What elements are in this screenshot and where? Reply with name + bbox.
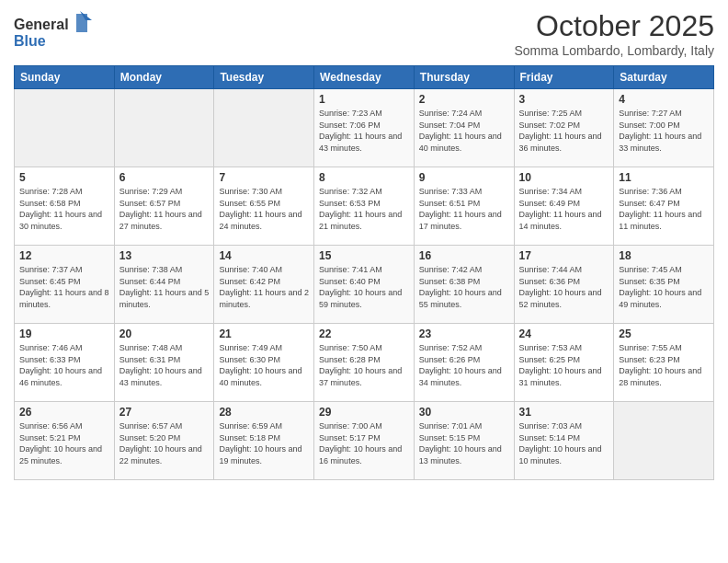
calendar-cell: 30Sunrise: 7:01 AMSunset: 5:15 PMDayligh…: [414, 402, 514, 480]
calendar-cell: 24Sunrise: 7:53 AMSunset: 6:25 PMDayligh…: [514, 324, 614, 402]
day-info: Sunrise: 7:44 AMSunset: 6:36 PMDaylight:…: [519, 264, 609, 310]
day-number: 27: [119, 406, 210, 419]
day-info: Sunrise: 7:36 AMSunset: 6:47 PMDaylight:…: [619, 186, 709, 232]
day-header-thursday: Thursday: [414, 66, 514, 89]
calendar-cell: 14Sunrise: 7:40 AMSunset: 6:42 PMDayligh…: [214, 246, 314, 324]
calendar-cell: 12Sunrise: 7:37 AMSunset: 6:45 PMDayligh…: [15, 246, 115, 324]
day-info: Sunrise: 7:28 AMSunset: 6:58 PMDaylight:…: [19, 186, 109, 232]
day-number: 23: [419, 327, 509, 340]
day-header-tuesday: Tuesday: [214, 66, 314, 89]
week-row-3: 12Sunrise: 7:37 AMSunset: 6:45 PMDayligh…: [15, 246, 714, 324]
calendar-cell: 31Sunrise: 7:03 AMSunset: 5:14 PMDayligh…: [514, 402, 614, 480]
calendar-cell: 5Sunrise: 7:28 AMSunset: 6:58 PMDaylight…: [15, 167, 115, 246]
day-info: Sunrise: 7:46 AMSunset: 6:33 PMDaylight:…: [19, 342, 109, 388]
day-number: 25: [619, 327, 709, 340]
calendar-table: SundayMondayTuesdayWednesdayThursdayFrid…: [14, 65, 714, 480]
calendar-header-row: SundayMondayTuesdayWednesdayThursdayFrid…: [15, 66, 714, 89]
day-number: 5: [19, 171, 109, 184]
week-row-2: 5Sunrise: 7:28 AMSunset: 6:58 PMDaylight…: [15, 167, 714, 246]
day-info: Sunrise: 7:25 AMSunset: 7:02 PMDaylight:…: [519, 108, 609, 154]
day-info: Sunrise: 7:55 AMSunset: 6:23 PMDaylight:…: [619, 342, 709, 388]
page-container: General Blue October 2025 Somma Lombardo…: [0, 0, 728, 489]
day-number: 4: [619, 93, 709, 106]
day-info: Sunrise: 7:27 AMSunset: 7:00 PMDaylight:…: [619, 108, 709, 154]
calendar-cell: 4Sunrise: 7:27 AMSunset: 7:00 PMDaylight…: [614, 89, 714, 167]
day-info: Sunrise: 6:57 AMSunset: 5:20 PMDaylight:…: [119, 420, 210, 466]
calendar-cell: 3Sunrise: 7:25 AMSunset: 7:02 PMDaylight…: [514, 89, 614, 167]
day-info: Sunrise: 7:40 AMSunset: 6:42 PMDaylight:…: [219, 264, 309, 310]
calendar-body: 1Sunrise: 7:23 AMSunset: 7:06 PMDaylight…: [15, 89, 714, 480]
day-number: 9: [419, 171, 509, 184]
day-info: Sunrise: 7:01 AMSunset: 5:15 PMDaylight:…: [419, 420, 509, 466]
day-info: Sunrise: 6:56 AMSunset: 5:21 PMDaylight:…: [19, 420, 109, 466]
calendar-cell: 21Sunrise: 7:49 AMSunset: 6:30 PMDayligh…: [214, 324, 314, 402]
day-number: 30: [419, 406, 509, 419]
svg-text:Blue: Blue: [14, 33, 46, 49]
day-number: 11: [619, 171, 709, 184]
svg-text:General: General: [14, 17, 69, 32]
location: Somma Lombardo, Lombardy, Italy: [514, 43, 714, 58]
day-info: Sunrise: 7:42 AMSunset: 6:38 PMDaylight:…: [419, 264, 509, 310]
day-info: Sunrise: 7:52 AMSunset: 6:26 PMDaylight:…: [419, 342, 509, 388]
calendar-cell: [15, 89, 115, 167]
day-number: 15: [319, 249, 409, 262]
day-number: 28: [219, 406, 309, 419]
calendar-cell: 22Sunrise: 7:50 AMSunset: 6:28 PMDayligh…: [314, 324, 415, 402]
day-header-monday: Monday: [114, 66, 214, 89]
day-number: 21: [219, 327, 309, 340]
calendar-cell: [214, 89, 314, 167]
day-number: 2: [419, 93, 509, 106]
week-row-5: 26Sunrise: 6:56 AMSunset: 5:21 PMDayligh…: [15, 402, 714, 480]
calendar-cell: 2Sunrise: 7:24 AMSunset: 7:04 PMDaylight…: [414, 89, 514, 167]
logo: General Blue: [14, 9, 101, 54]
day-number: 26: [19, 406, 109, 419]
title-section: October 2025 Somma Lombardo, Lombardy, I…: [514, 9, 714, 58]
day-header-sunday: Sunday: [15, 66, 115, 89]
day-number: 13: [119, 249, 210, 262]
day-number: 7: [219, 171, 309, 184]
calendar-cell: 9Sunrise: 7:33 AMSunset: 6:51 PMDaylight…: [414, 167, 514, 246]
day-info: Sunrise: 7:34 AMSunset: 6:49 PMDaylight:…: [519, 186, 609, 232]
day-info: Sunrise: 7:24 AMSunset: 7:04 PMDaylight:…: [419, 108, 509, 154]
day-header-saturday: Saturday: [614, 66, 714, 89]
calendar-cell: 23Sunrise: 7:52 AMSunset: 6:26 PMDayligh…: [414, 324, 514, 402]
calendar-cell: 16Sunrise: 7:42 AMSunset: 6:38 PMDayligh…: [414, 246, 514, 324]
calendar-cell: 19Sunrise: 7:46 AMSunset: 6:33 PMDayligh…: [15, 324, 115, 402]
day-info: Sunrise: 7:37 AMSunset: 6:45 PMDaylight:…: [19, 264, 109, 310]
day-info: Sunrise: 7:32 AMSunset: 6:53 PMDaylight:…: [319, 186, 409, 232]
calendar-cell: [614, 402, 714, 480]
day-number: 17: [519, 249, 609, 262]
calendar-cell: 6Sunrise: 7:29 AMSunset: 6:57 PMDaylight…: [114, 167, 214, 246]
day-info: Sunrise: 7:50 AMSunset: 6:28 PMDaylight:…: [319, 342, 409, 388]
calendar-cell: 29Sunrise: 7:00 AMSunset: 5:17 PMDayligh…: [314, 402, 415, 480]
page-header: General Blue October 2025 Somma Lombardo…: [14, 9, 714, 58]
calendar-cell: 11Sunrise: 7:36 AMSunset: 6:47 PMDayligh…: [614, 167, 714, 246]
day-header-friday: Friday: [514, 66, 614, 89]
day-number: 3: [519, 93, 609, 106]
day-info: Sunrise: 7:41 AMSunset: 6:40 PMDaylight:…: [319, 264, 409, 310]
day-info: Sunrise: 7:49 AMSunset: 6:30 PMDaylight:…: [219, 342, 309, 388]
day-info: Sunrise: 7:30 AMSunset: 6:55 PMDaylight:…: [219, 186, 309, 232]
day-number: 20: [119, 327, 210, 340]
calendar-cell: 20Sunrise: 7:48 AMSunset: 6:31 PMDayligh…: [114, 324, 214, 402]
calendar-cell: 7Sunrise: 7:30 AMSunset: 6:55 PMDaylight…: [214, 167, 314, 246]
day-number: 19: [19, 327, 109, 340]
day-number: 29: [319, 406, 409, 419]
day-info: Sunrise: 7:48 AMSunset: 6:31 PMDaylight:…: [119, 342, 210, 388]
day-number: 16: [419, 249, 509, 262]
day-number: 18: [619, 249, 709, 262]
day-info: Sunrise: 7:29 AMSunset: 6:57 PMDaylight:…: [119, 186, 210, 232]
day-number: 1: [319, 93, 409, 106]
calendar-cell: 8Sunrise: 7:32 AMSunset: 6:53 PMDaylight…: [314, 167, 415, 246]
calendar-cell: 13Sunrise: 7:38 AMSunset: 6:44 PMDayligh…: [114, 246, 214, 324]
day-number: 31: [519, 406, 609, 419]
calendar-cell: 18Sunrise: 7:45 AMSunset: 6:35 PMDayligh…: [614, 246, 714, 324]
month-title: October 2025: [514, 9, 714, 43]
day-info: Sunrise: 7:45 AMSunset: 6:35 PMDaylight:…: [619, 264, 709, 310]
calendar-cell: 26Sunrise: 6:56 AMSunset: 5:21 PMDayligh…: [15, 402, 115, 480]
day-info: Sunrise: 7:23 AMSunset: 7:06 PMDaylight:…: [319, 108, 409, 154]
day-number: 12: [19, 249, 109, 262]
day-number: 22: [319, 327, 409, 340]
calendar-cell: 10Sunrise: 7:34 AMSunset: 6:49 PMDayligh…: [514, 167, 614, 246]
day-info: Sunrise: 7:53 AMSunset: 6:25 PMDaylight:…: [519, 342, 609, 388]
